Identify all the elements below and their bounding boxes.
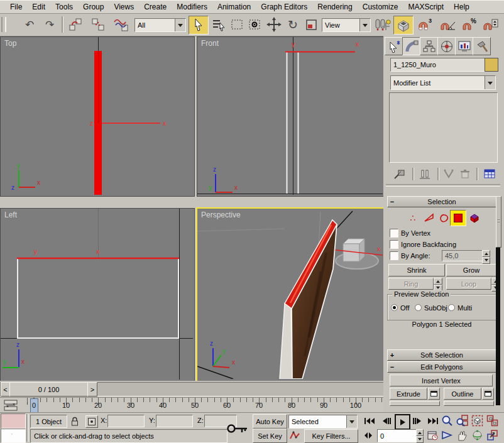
- select-object-button[interactable]: [189, 16, 209, 35]
- tab-hierarchy[interactable]: [420, 37, 438, 55]
- tab-create[interactable]: [385, 37, 403, 55]
- soft-selection-rollout-header[interactable]: +Soft Selection: [387, 349, 496, 361]
- subobject-border-button[interactable]: [437, 211, 451, 225]
- viewport-left-label[interactable]: Left: [4, 211, 17, 219]
- make-unique-button[interactable]: [441, 168, 456, 180]
- time-configuration-button[interactable]: [426, 429, 439, 442]
- zoom-extents-button[interactable]: [470, 414, 484, 427]
- time-slider-prev-button[interactable]: <: [1, 382, 10, 397]
- select-by-name-button[interactable]: [210, 16, 227, 33]
- viewport-perspective-label[interactable]: Perspective: [201, 211, 241, 219]
- zoom-button[interactable]: [440, 414, 454, 427]
- wall-top-view[interactable]: [94, 51, 102, 195]
- modifier-list-dropdown[interactable]: Modifier List: [390, 75, 496, 90]
- wall-left-view[interactable]: [18, 258, 178, 338]
- menu-modifiers[interactable]: Modifiers: [172, 3, 212, 11]
- viewport-top[interactable]: z x y x z Top: [0, 36, 195, 197]
- tab-display[interactable]: [455, 37, 473, 55]
- percent-snap-toggle-button[interactable]: %: [460, 16, 479, 33]
- toolbar-grip[interactable]: [1, 17, 6, 32]
- viewport-front[interactable]: y x z y x Front: [197, 36, 385, 197]
- menu-tools[interactable]: Tools: [50, 3, 78, 11]
- set-keys-button[interactable]: [225, 419, 249, 438]
- keyboard-shortcut-override-toggle[interactable]: [393, 16, 414, 35]
- menu-edit[interactable]: Edit: [27, 3, 50, 11]
- outline-settings-button[interactable]: [482, 388, 494, 400]
- by-angle-field[interactable]: 45,0: [442, 250, 485, 261]
- x-coord-field[interactable]: [107, 415, 145, 427]
- menu-views[interactable]: Views: [109, 3, 139, 11]
- go-to-start-button[interactable]: [362, 415, 377, 427]
- preview-multi-radio[interactable]: [448, 304, 455, 311]
- shrink-button[interactable]: Shrink: [388, 264, 445, 276]
- pin-stack-button[interactable]: [392, 168, 407, 180]
- by-angle-checkbox[interactable]: [390, 251, 398, 260]
- undo-button[interactable]: ↶: [20, 16, 39, 33]
- previous-frame-button[interactable]: [380, 415, 393, 427]
- zoom-extents-all-button[interactable]: [485, 414, 499, 427]
- wall-object[interactable]: [280, 220, 337, 379]
- menu-maxscript[interactable]: MAXScript: [403, 3, 449, 11]
- viewport-left[interactable]: y x z y x Left: [0, 208, 195, 381]
- snaps-toggle-3d-button[interactable]: 3: [415, 16, 435, 33]
- ring-button[interactable]: Ring: [388, 278, 434, 290]
- object-name-field[interactable]: 1_1250_Muro: [390, 58, 486, 72]
- select-and-rotate-button[interactable]: ↻: [284, 16, 302, 33]
- viewport-top-label[interactable]: Top: [4, 39, 16, 48]
- selection-set-dropdown[interactable]: Selected: [288, 415, 358, 429]
- tab-motion[interactable]: [437, 37, 456, 55]
- time-slider-thumb[interactable]: 0 / 100: [9, 382, 88, 397]
- maxscript-mini-listener-white[interactable]: ': [1, 429, 26, 443]
- panel-scrollbar-thumb[interactable]: [496, 196, 501, 248]
- spinner-snap-toggle-button[interactable]: [480, 16, 500, 33]
- subobject-element-button[interactable]: [468, 211, 481, 225]
- insert-vertex-button[interactable]: Insert Vertex: [390, 375, 493, 386]
- tab-modify[interactable]: [402, 37, 420, 55]
- key-mode-toggle-button[interactable]: [362, 429, 375, 442]
- absolute-offset-mode-toggle[interactable]: [85, 415, 98, 428]
- bind-to-space-warp-button[interactable]: [111, 16, 132, 33]
- tab-utilities[interactable]: [473, 37, 491, 55]
- pan-view-button[interactable]: [455, 429, 469, 442]
- key-filters-button[interactable]: Key Filters...: [304, 429, 358, 443]
- viewport-front-label[interactable]: Front: [201, 39, 219, 48]
- extrude-button[interactable]: Extrude: [390, 388, 427, 400]
- select-and-manipulate-button[interactable]: [380, 16, 392, 33]
- by-vertex-checkbox[interactable]: [390, 229, 398, 238]
- maxscript-mini-listener-pink[interactable]: [1, 413, 26, 429]
- auto-key-button[interactable]: Auto Key: [253, 414, 287, 429]
- time-slider-next-button[interactable]: >: [87, 382, 97, 397]
- selection-lock-toggle[interactable]: [69, 415, 80, 427]
- edit-polygons-rollout-header[interactable]: −Edit Polygons: [387, 361, 496, 373]
- ignore-backfacing-checkbox[interactable]: [390, 240, 398, 249]
- menu-graph-editors[interactable]: Graph Editors: [256, 3, 312, 11]
- ring-spinner[interactable]: [434, 278, 442, 288]
- menu-help[interactable]: Help: [449, 3, 474, 11]
- subobject-vertex-button[interactable]: ∴: [406, 211, 420, 225]
- frame-spinner[interactable]: [416, 429, 424, 441]
- preview-subobj-radio[interactable]: [415, 304, 422, 311]
- selection-filter-dropdown[interactable]: All: [134, 18, 186, 32]
- select-and-move-button[interactable]: [265, 16, 283, 33]
- preview-off-radio[interactable]: [391, 304, 398, 311]
- maximize-viewport-toggle-button[interactable]: [485, 429, 499, 442]
- menu-animation[interactable]: Animation: [212, 3, 256, 11]
- select-and-link-button[interactable]: [65, 16, 85, 33]
- menu-group[interactable]: Group: [78, 3, 109, 11]
- background-box-object[interactable]: [343, 239, 364, 261]
- by-angle-spinner[interactable]: [482, 250, 490, 261]
- selection-rollout-header[interactable]: −Selection: [387, 196, 496, 207]
- field-of-view-button[interactable]: [440, 429, 454, 442]
- outline-button[interactable]: Outline: [444, 388, 481, 400]
- viewport-perspective[interactable]: x z y x Perspective: [196, 207, 386, 383]
- window-crossing-toggle-button[interactable]: [246, 16, 263, 33]
- configure-modifier-sets-button[interactable]: [481, 168, 498, 180]
- subobject-polygon-button[interactable]: [450, 210, 466, 226]
- play-animation-button[interactable]: [395, 414, 410, 430]
- menu-customize[interactable]: Customize: [358, 3, 403, 11]
- extrude-settings-button[interactable]: [428, 388, 440, 400]
- angle-snap-toggle-button[interactable]: [437, 16, 457, 33]
- select-and-scale-button[interactable]: [303, 16, 319, 33]
- remove-modifier-button[interactable]: [457, 168, 473, 180]
- arc-rotate-button[interactable]: [470, 429, 484, 442]
